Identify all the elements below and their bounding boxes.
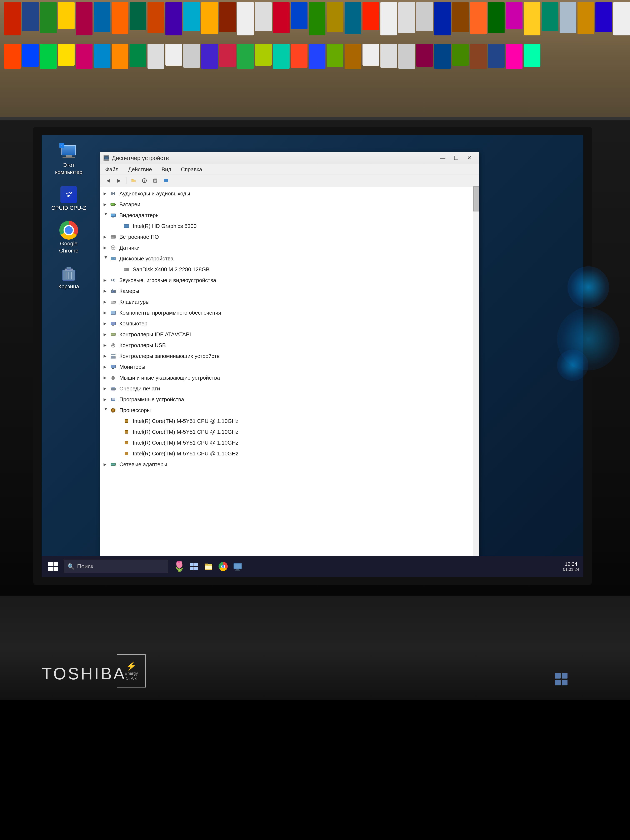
tray-clock: 12:34 01.01.24 [563,561,579,572]
device-item-firmware[interactable]: ▶ Встроенное ПО [100,232,479,242]
device-label: Процессоры [119,407,151,414]
device-item-sensors[interactable]: ▶ Датчики [100,242,479,253]
device-icon-video [109,212,117,219]
device-item-cpu2[interactable]: ▶ Intel(R) Core(TM) M-5Y51 CPU @ 1.10GHz [100,426,479,437]
device-item-monitors[interactable]: ▶ Мониторы [100,362,479,372]
desktop-icon-cpuid[interactable]: CPUID CPUID CPU-Z [50,186,87,212]
start-button[interactable] [46,559,60,574]
shelf-row-2 [0,42,630,71]
shelf-product [22,44,39,67]
expand-arrow: ▶ [104,386,109,391]
device-item-battery[interactable]: ▶ Батареи [100,199,479,210]
device-item-processors[interactable]: ▶ Процессоры [100,405,479,415]
toolbar-open[interactable] [129,177,138,185]
expand-arrow: ▶ [104,213,108,218]
device-item-soft-dev[interactable]: ▶ Программные устройства [100,394,479,405]
shelf-product [309,2,325,35]
svg-rect-15 [164,179,168,182]
search-placeholder: Поиск [77,563,93,570]
toolbar-forward[interactable]: ▶ [114,177,123,185]
taskbar-task-view[interactable] [187,559,201,574]
device-item-cpu1[interactable]: ▶ Intel(R) Core(TM) M-5Y51 CPU @ 1.10GHz [100,415,479,426]
device-item-mice[interactable]: ▶ Мыши и иные указывающие устройства [100,372,479,383]
expand-arrow: ▶ [104,202,109,207]
toolbar-properties[interactable] [151,177,160,185]
device-label: Программные устройства [119,396,184,403]
device-label: Контроллеры запоминающих устройств [119,353,219,359]
desktop-icon-chrome[interactable]: GoogleChrome [50,222,87,254]
close-button[interactable]: ✕ [463,154,475,162]
maximize-button[interactable]: ☐ [450,154,462,162]
device-item-computer[interactable]: ▶ Компьютер [100,318,479,329]
taskbar-file-explorer[interactable] [201,559,216,574]
desktop-icon-recycle[interactable]: Корзина [50,265,87,290]
device-item-sandisk[interactable]: ▶ SanDisk X400 M.2 2280 128GB [100,264,479,275]
device-item-software[interactable]: ▶ Компоненты программного обеспечения [100,307,479,318]
device-item-disk[interactable]: ▶ Дисковые устройства [100,253,479,264]
svg-rect-104 [111,464,115,465]
device-item-cpu4[interactable]: ▶ Intel(R) Core(TM) M-5Y51 CPU @ 1.10GHz [100,448,479,459]
scrollbar-thumb[interactable] [473,186,479,212]
svg-rect-73 [111,365,115,368]
device-item-audio[interactable]: ▶ Аудиовходы и аудиовыходы [100,188,479,199]
menu-view[interactable]: Вид [160,166,173,174]
menu-file[interactable]: Файл [104,166,120,174]
svg-rect-102 [125,452,128,455]
shelf-product [40,44,57,69]
device-item-sound[interactable]: ▶ Звуковые, игровые и видеоустройства [100,275,479,286]
shelf-product [112,44,128,69]
shelf-product [94,2,111,32]
device-item-intel-hd[interactable]: ▶ Intel(R) HD Graphics 5300 [100,221,479,232]
device-label: Intel(R) Core(TM) M-5Y51 CPU @ 1.10GHz [133,440,238,446]
svg-rect-100 [125,442,128,444]
menu-action[interactable]: Действие [126,166,153,174]
device-item-cpu3[interactable]: ▶ Intel(R) Core(TM) M-5Y51 CPU @ 1.10GHz [100,437,479,448]
taskbar-chrome[interactable] [216,559,231,574]
toolbar-back[interactable]: ◀ [104,177,113,185]
device-icon-cpu [123,450,130,457]
device-item-ide[interactable]: ▶ Контроллеры IDE ATA/ATAPI [100,329,479,340]
device-label: Встроенное ПО [119,234,159,240]
desktop-icon-computer[interactable]: ✓ Этот компьютер [50,143,87,176]
device-label: Сетевые адаптеры [119,461,167,468]
svg-rect-55 [111,311,115,314]
expand-arrow: ▶ [104,191,109,196]
glow-decoration-3 [557,350,588,381]
expand-arrow: ▶ [104,300,109,304]
device-item-cameras[interactable]: ▶ Камеры [100,286,479,297]
device-item-network[interactable]: ▶ Сетевые адаптеры [100,459,479,470]
expand-arrow: ▶ [104,256,108,261]
toolbar-monitor[interactable] [161,177,171,185]
svg-rect-86 [112,409,114,412]
device-icon-cpu [123,417,130,425]
shelf-product [291,44,308,68]
toolbar-help[interactable]: ? [140,177,149,185]
device-label: Intel(R) Core(TM) M-5Y51 CPU @ 1.10GHz [133,450,238,457]
shelf-product [76,44,93,69]
svg-rect-105 [190,563,194,566]
device-icon-intel-hd [123,222,130,230]
shelf-product [416,2,433,31]
device-item-video[interactable]: ▶ Видеоадаптеры [100,210,479,221]
taskbar-search-box[interactable]: 🔍 Поиск [64,560,168,573]
svg-rect-84 [112,399,115,399]
device-icon-audio [109,190,117,197]
taskbar-device-mgr[interactable] [231,559,245,574]
menu-help[interactable]: Справка [179,166,204,174]
device-item-print[interactable]: ▶ Очереди печати [100,383,479,394]
energy-icon: ⚡ [126,661,136,671]
scrollbar[interactable] [473,186,479,577]
device-icon-sandisk [123,265,130,273]
device-icon-cameras [109,287,117,295]
windows-logo-icon [48,562,58,571]
device-item-usb[interactable]: ▶ Контроллеры USB [100,340,479,351]
minimize-button[interactable]: — [436,154,449,162]
shelf-product [58,44,74,66]
expand-arrow: ▶ [104,462,109,467]
taskbar-app-tulip[interactable]: 🌷 [172,559,187,574]
device-item-storage[interactable]: ▶ Контроллеры запоминающих устройств [100,351,479,362]
device-item-keyboards[interactable]: ▶ Клавиатуры [100,297,479,307]
shelf-product [166,2,182,35]
shelf-product [434,2,451,35]
device-list: ▶ Аудиовходы и аудиовыходы ▶ Батареи [100,186,479,577]
